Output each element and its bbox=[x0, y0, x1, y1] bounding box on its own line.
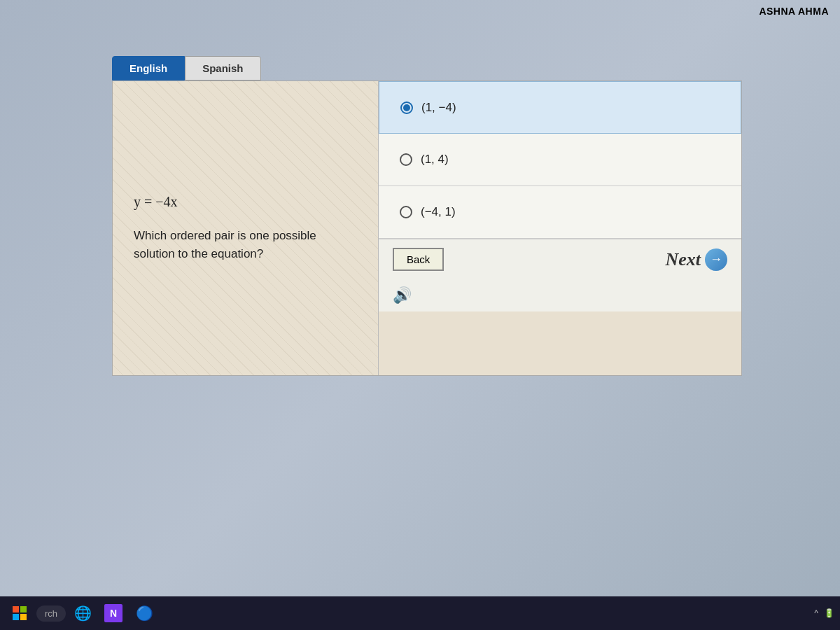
next-button[interactable]: Next → bbox=[665, 248, 727, 271]
question-panel: y = −4x Which ordered pair is one possib… bbox=[113, 81, 379, 375]
answer-text-b: (1, 4) bbox=[421, 153, 449, 167]
tab-spanish[interactable]: Spanish bbox=[185, 56, 260, 80]
system-tray-chevron[interactable]: ^ bbox=[814, 608, 818, 618]
chrome-icon[interactable]: 🔵 bbox=[130, 601, 158, 626]
answer-text-c: (−4, 1) bbox=[421, 205, 456, 219]
back-button[interactable]: Back bbox=[393, 248, 444, 271]
main-content: English Spanish y = −4x Which ordered pa… bbox=[112, 56, 742, 376]
answers-panel: (1, −4) (1, 4) (−4, 1) Back Next → bbox=[379, 81, 741, 375]
taskbar: rch 🌐 N 🔵 ^ 🔋 bbox=[0, 596, 840, 630]
language-tabs: English Spanish bbox=[112, 56, 742, 80]
edge-browser-icon[interactable]: 🌐 bbox=[69, 601, 97, 626]
answer-text-a: (1, −4) bbox=[421, 101, 456, 115]
content-panel: y = −4x Which ordered pair is one possib… bbox=[112, 80, 742, 376]
tab-english[interactable]: English bbox=[112, 56, 185, 80]
answer-option-a[interactable]: (1, −4) bbox=[379, 81, 741, 134]
system-tray: ^ 🔋 bbox=[814, 608, 834, 618]
windows-icon bbox=[13, 606, 27, 620]
next-label: Next bbox=[665, 249, 701, 270]
user-name: ASHNA AHMA bbox=[748, 0, 840, 22]
equation: y = −4x bbox=[134, 194, 178, 210]
system-tray-battery: 🔋 bbox=[824, 608, 834, 618]
answer-option-b[interactable]: (1, 4) bbox=[379, 134, 741, 186]
sound-icon[interactable]: 🔊 bbox=[393, 286, 412, 304]
nav-row: Back Next → bbox=[379, 239, 741, 279]
taskbar-search-text[interactable]: rch bbox=[36, 606, 66, 622]
next-arrow-icon: → bbox=[705, 248, 727, 271]
answer-option-c[interactable]: (−4, 1) bbox=[379, 186, 741, 239]
radio-a bbox=[400, 102, 413, 114]
radio-b bbox=[400, 153, 412, 166]
radio-c bbox=[400, 206, 412, 218]
sound-row: 🔊 bbox=[379, 279, 741, 312]
n-app-icon[interactable]: N bbox=[99, 601, 127, 626]
question-text: Which ordered pair is one possible solut… bbox=[134, 227, 357, 262]
start-button[interactable] bbox=[6, 601, 34, 626]
